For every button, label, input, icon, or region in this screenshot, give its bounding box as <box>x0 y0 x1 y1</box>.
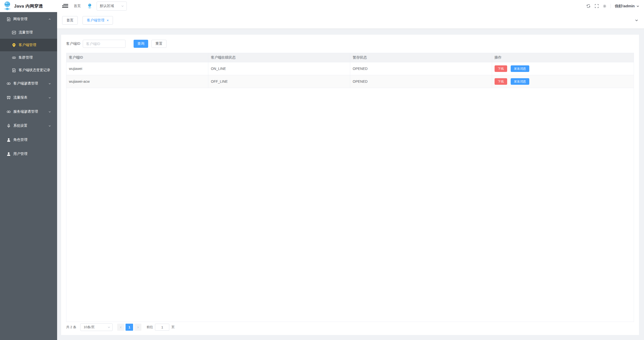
sidebar-item-user-management[interactable]: 用户管理 <box>0 147 57 161</box>
data-board-icon <box>7 96 11 100</box>
tags-dropdown-icon[interactable] <box>635 18 638 22</box>
content-card: 客户端ID 查询 重置 客户端ID 客户端在线状态 暂存状态 操作 wujiaw… <box>61 35 639 335</box>
user-icon <box>7 138 11 142</box>
sidebar-item-label: 角色管理 <box>13 138 51 142</box>
sidebar-item-client-management[interactable]: 客户端管理 <box>0 39 57 51</box>
cell-online-status: OFF_LINE <box>208 75 350 88</box>
sidebar-item-server-penetration[interactable]: 服务端渗透管理 <box>0 105 57 119</box>
app-title: Java 内网穿透 <box>14 3 43 9</box>
sidebar-item-cluster-management[interactable]: 集群管理 <box>0 51 57 64</box>
cell-client-id: wujiawei <box>66 62 208 75</box>
table-header-row: 客户端ID 客户端在线状态 暂存状态 操作 <box>66 53 634 62</box>
link-icon <box>12 56 16 60</box>
search-button[interactable]: 查询 <box>134 40 148 48</box>
pagination: 共 2 条 10条/页 1 前往 页 <box>66 323 634 331</box>
sidebar-item-label: 流量报表 <box>13 95 48 100</box>
document-icon <box>12 68 16 72</box>
table-row: wujiawei-acw OFF_LINE OPENED 下线 发送消息 <box>66 75 634 88</box>
clients-table: 客户端ID 客户端在线状态 暂存状态 操作 wujiawei ON_LINE O… <box>66 53 634 322</box>
offline-button[interactable]: 下线 <box>495 65 507 72</box>
fullscreen-icon[interactable] <box>595 4 599 8</box>
next-page-button[interactable] <box>134 324 141 331</box>
cell-online-status: ON_LINE <box>208 62 350 75</box>
user-greeting: 你好!admin <box>615 4 635 9</box>
sidebar-item-role-management[interactable]: 角色管理 <box>0 133 57 147</box>
page-number-button[interactable]: 1 <box>126 324 133 331</box>
filter-label: 客户端ID <box>66 41 80 46</box>
cell-store-status: OPENED <box>350 62 492 75</box>
column-header-actions: 操作 <box>492 53 634 62</box>
sidebar-item-client-status-log[interactable]: 客户端状态变更记录 <box>0 64 57 76</box>
navbar-right: 你好!admin <box>586 4 639 9</box>
hamburger-icon[interactable] <box>62 4 68 9</box>
data-line-icon <box>12 30 16 35</box>
app-logo-icon <box>3 1 12 11</box>
link-icon <box>7 110 11 114</box>
user-icon <box>7 152 11 156</box>
sidebar-item-label: 用户管理 <box>13 152 51 156</box>
chevron-down-icon <box>48 124 51 127</box>
sidebar-item-system-settings[interactable]: 系统设置 <box>0 119 57 133</box>
send-message-button[interactable]: 发送消息 <box>511 65 529 72</box>
cell-store-status: OPENED <box>350 75 492 88</box>
reset-button[interactable]: 重置 <box>151 40 167 48</box>
sidebar-item-label: 客户端管理 <box>19 43 51 47</box>
region-select-value: 默认区域 <box>100 4 114 8</box>
location-pin-icon <box>12 43 16 47</box>
link-icon <box>7 81 11 86</box>
client-id-input[interactable] <box>83 40 126 48</box>
app-logo[interactable]: Java 内网穿透 <box>0 0 57 12</box>
tab-client-management[interactable]: 客户端管理 × <box>83 16 113 25</box>
prev-page-button[interactable] <box>117 324 124 331</box>
cell-actions: 下线 发送消息 <box>492 62 634 75</box>
table-row: wujiawei ON_LINE OPENED 下线 发送消息 <box>66 62 634 75</box>
chevron-right-icon <box>137 326 139 329</box>
chevron-down-icon <box>636 5 639 8</box>
pagination-total: 共 2 条 <box>66 325 76 329</box>
chevron-down-icon <box>48 82 51 85</box>
goto-page-input[interactable] <box>155 324 169 331</box>
region-select[interactable]: 默认区域 <box>97 2 127 11</box>
sidebar: Java 内网穿透 网络管理 流量管理 <box>0 0 57 340</box>
sidebar-item-label: 流量管理 <box>19 30 51 35</box>
pager: 1 <box>117 324 141 331</box>
filter-row: 客户端ID 查询 重置 <box>66 40 634 48</box>
tab-label: 客户端管理 <box>87 18 104 23</box>
column-header-store-status: 暂存状态 <box>350 53 492 62</box>
page-unit-label: 页 <box>171 325 175 329</box>
close-icon[interactable]: × <box>107 19 109 22</box>
tab-label: 首页 <box>66 18 73 23</box>
chevron-down-icon <box>48 110 51 113</box>
column-header-client-id: 客户端ID <box>66 53 208 62</box>
chevron-up-icon <box>48 18 51 21</box>
sidebar-item-label: 客户端渗透管理 <box>13 81 48 86</box>
navbar: 首页 默认区域 <box>57 0 644 12</box>
sidebar-item-client-penetration[interactable]: 客户端渗透管理 <box>0 76 57 91</box>
breadcrumb[interactable]: 首页 <box>74 4 81 8</box>
sidebar-item-label: 系统设置 <box>13 123 48 128</box>
tab-home[interactable]: 首页 <box>62 16 78 25</box>
send-message-button[interactable]: 发送消息 <box>511 78 529 85</box>
page-size-value: 10条/页 <box>84 325 95 329</box>
column-header-online-status: 客户端在线状态 <box>208 53 350 62</box>
offline-button[interactable]: 下线 <box>495 78 507 85</box>
settings-gear-icon[interactable] <box>603 4 607 8</box>
microphone-icon <box>7 124 11 128</box>
tags-bar: 首页 客户端管理 × <box>57 12 644 29</box>
chevron-down-icon <box>121 5 124 8</box>
cell-actions: 下线 发送消息 <box>492 75 634 88</box>
sidebar-item-label: 服务端渗透管理 <box>13 109 48 114</box>
sidebar-item-network-management[interactable]: 网络管理 <box>0 12 57 26</box>
document-icon <box>7 17 11 21</box>
sidebar-item-traffic-management[interactable]: 流量管理 <box>0 26 57 39</box>
sidebar-menu: 网络管理 流量管理 客户端管理 <box>0 12 57 161</box>
refresh-icon[interactable] <box>586 4 591 8</box>
cell-client-id: wujiawei-acw <box>66 75 208 88</box>
sidebar-item-traffic-report[interactable]: 流量报表 <box>0 91 57 105</box>
sidebar-item-label: 网络管理 <box>13 17 48 21</box>
page-size-select[interactable]: 10条/页 <box>80 323 113 331</box>
user-dropdown[interactable]: 你好!admin <box>615 4 639 9</box>
app-mini-icon[interactable] <box>87 4 92 9</box>
sidebar-item-label: 客户端状态变更记录 <box>19 68 51 72</box>
divider <box>611 4 611 8</box>
